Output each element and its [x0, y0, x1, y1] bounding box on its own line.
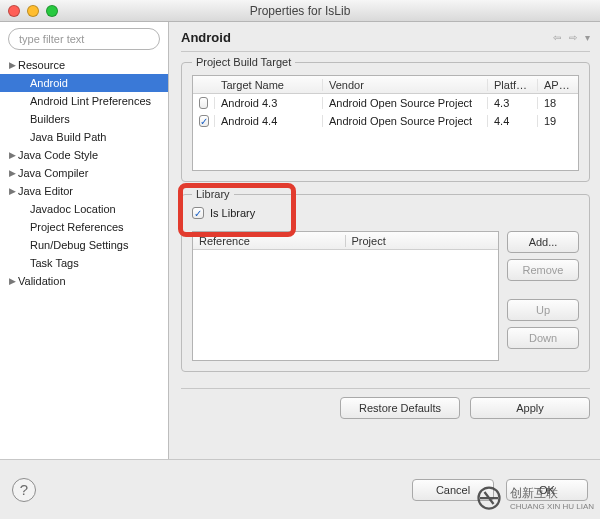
col-reference[interactable]: Reference — [193, 235, 346, 247]
group-legend: Library — [192, 188, 234, 200]
apply-button[interactable]: Apply — [470, 397, 590, 419]
disclosure-triangle-icon: ▶ — [6, 150, 18, 160]
window-title: Properties for IsLib — [250, 4, 351, 18]
sidebar-item-label: Task Tags — [30, 257, 79, 269]
disclosure-triangle-icon: ▶ — [6, 60, 18, 70]
cell-api: 18 — [538, 97, 578, 109]
sidebar-item-project-references[interactable]: Project References — [0, 218, 168, 236]
cell-platform: 4.3 — [488, 97, 538, 109]
zoom-window-icon[interactable] — [46, 5, 58, 17]
sidebar-item-label: Java Editor — [18, 185, 73, 197]
sidebar-item-label: Java Compiler — [18, 167, 88, 179]
traffic-lights — [8, 0, 58, 22]
target-checkbox[interactable]: ✓ — [199, 115, 209, 127]
col-api-level[interactable]: API Le — [538, 79, 578, 91]
sidebar-item-android-lint-preferences[interactable]: Android Lint Preferences — [0, 92, 168, 110]
cell-vendor: Android Open Source Project — [323, 97, 488, 109]
filter-text-input[interactable]: type filter text — [8, 28, 160, 50]
sidebar-item-validation[interactable]: ▶Validation — [0, 272, 168, 290]
sidebar-item-label: Javadoc Location — [30, 203, 116, 215]
is-library-checkbox[interactable]: ✓ — [192, 207, 204, 219]
preference-tree[interactable]: ▶ResourceAndroidAndroid Lint Preferences… — [0, 56, 168, 459]
col-project[interactable]: Project — [346, 235, 499, 247]
remove-button[interactable]: Remove — [507, 259, 579, 281]
sidebar-item-java-editor[interactable]: ▶Java Editor — [0, 182, 168, 200]
library-group: Library ✓ Is Library Reference Project A… — [181, 194, 590, 372]
sidebar-item-label: Validation — [18, 275, 66, 287]
forward-icon[interactable]: ⇨ — [569, 32, 577, 43]
library-reference-table[interactable]: Reference Project — [192, 231, 499, 361]
sidebar-item-label: Java Build Path — [30, 131, 106, 143]
sidebar-item-label: Android — [30, 77, 68, 89]
main-panel: Android ⇦ ⇨ ▾ Project Build Target Targe… — [169, 22, 600, 459]
sidebar-item-label: Builders — [30, 113, 70, 125]
dialog-button-bar: ? Cancel OK — [0, 459, 600, 519]
sidebar-item-javadoc-location[interactable]: Javadoc Location — [0, 200, 168, 218]
ok-button[interactable]: OK — [506, 479, 588, 501]
help-icon[interactable]: ? — [12, 478, 36, 502]
up-button[interactable]: Up — [507, 299, 579, 321]
sidebar-item-label: Android Lint Preferences — [30, 95, 151, 107]
target-checkbox[interactable] — [199, 97, 208, 109]
sidebar-item-builders[interactable]: Builders — [0, 110, 168, 128]
sidebar-item-java-code-style[interactable]: ▶Java Code Style — [0, 146, 168, 164]
col-target-name[interactable]: Target Name — [215, 79, 323, 91]
disclosure-triangle-icon: ▶ — [6, 168, 18, 178]
sidebar-item-label: Run/Debug Settings — [30, 239, 128, 251]
col-vendor[interactable]: Vendor — [323, 79, 488, 91]
cell-platform: 4.4 — [488, 115, 538, 127]
cancel-button[interactable]: Cancel — [412, 479, 494, 501]
sidebar-item-run-debug-settings[interactable]: Run/Debug Settings — [0, 236, 168, 254]
filter-placeholder: type filter text — [19, 33, 84, 45]
sidebar-item-android[interactable]: Android — [0, 74, 168, 92]
menu-icon[interactable]: ▾ — [585, 32, 590, 43]
cell-vendor: Android Open Source Project — [323, 115, 488, 127]
sidebar: type filter text ▶ResourceAndroidAndroid… — [0, 22, 169, 459]
add-button[interactable]: Add... — [507, 231, 579, 253]
sidebar-item-label: Project References — [30, 221, 124, 233]
table-row[interactable]: ✓Android 4.4Android Open Source Project4… — [193, 112, 578, 130]
minimize-window-icon[interactable] — [27, 5, 39, 17]
restore-defaults-button[interactable]: Restore Defaults — [340, 397, 460, 419]
group-legend: Project Build Target — [192, 56, 295, 68]
project-build-target-group: Project Build Target Target Name Vendor … — [181, 62, 590, 182]
is-library-label: Is Library — [210, 207, 255, 219]
cell-target-name: Android 4.4 — [215, 115, 323, 127]
cell-api: 19 — [538, 115, 578, 127]
window-titlebar: Properties for IsLib — [0, 0, 600, 22]
sidebar-item-task-tags[interactable]: Task Tags — [0, 254, 168, 272]
sidebar-item-resource[interactable]: ▶Resource — [0, 56, 168, 74]
disclosure-triangle-icon: ▶ — [6, 276, 18, 286]
build-target-table[interactable]: Target Name Vendor Platform API Le Andro… — [192, 75, 579, 171]
close-window-icon[interactable] — [8, 5, 20, 17]
col-platform[interactable]: Platform — [488, 79, 538, 91]
sidebar-item-label: Resource — [18, 59, 65, 71]
page-title: Android — [181, 30, 553, 45]
sidebar-item-java-compiler[interactable]: ▶Java Compiler — [0, 164, 168, 182]
cell-target-name: Android 4.3 — [215, 97, 323, 109]
table-row[interactable]: Android 4.3Android Open Source Project4.… — [193, 94, 578, 112]
down-button[interactable]: Down — [507, 327, 579, 349]
sidebar-item-java-build-path[interactable]: Java Build Path — [0, 128, 168, 146]
disclosure-triangle-icon: ▶ — [6, 186, 18, 196]
back-icon[interactable]: ⇦ — [553, 32, 561, 43]
sidebar-item-label: Java Code Style — [18, 149, 98, 161]
